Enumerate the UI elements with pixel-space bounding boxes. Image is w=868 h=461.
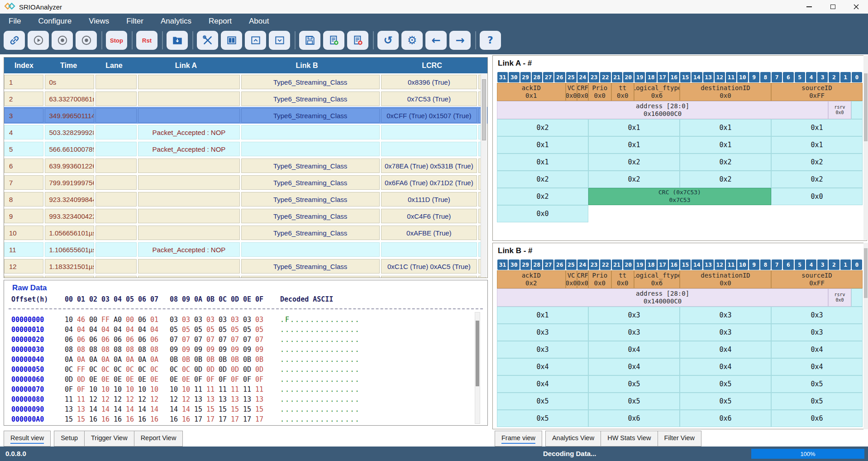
table-row[interactable]: 8923.324099844nsType6_Streaming_Class0x1… [4,191,487,207]
hex-byte: 0D [255,365,267,375]
table-row[interactable]: 3349.996501114nsType6_Streaming_Class0xC… [4,107,487,124]
data-cell: 0x5 [588,393,680,410]
hex-byte: 11 [206,384,219,394]
panel-up-icon [250,34,262,46]
panel-up-button[interactable] [245,31,266,50]
cell-index: 1 [4,75,43,89]
cell-linka: Packet_Accepted : NOP [138,142,239,156]
connect-button[interactable] [4,31,25,50]
tab-report-view[interactable]: Report View [134,431,183,447]
field-value: 0x2 [525,279,537,288]
hex-byte: 0B [206,294,219,304]
bit-number: 2 [829,259,839,270]
table-row[interactable]: 263.332700861nsType6_Streaming_Class0x7C… [4,90,487,107]
hex-byte: 05 [170,325,182,335]
close-button[interactable] [844,0,868,14]
raw-data-scrollbar[interactable] [475,312,480,424]
table-row[interactable]: 6639.993601226nsType6_Streaming_Class0x7… [4,157,487,174]
settings-button[interactable]: ⚙ [401,31,423,50]
add-file-button[interactable] [323,31,344,50]
menu-item-views[interactable]: Views [80,15,118,28]
tab-filter-view[interactable]: Filter View [658,431,701,447]
status-text: Decoding Data... [543,450,596,457]
toolbar-separator [373,31,374,49]
field-name: Logical_ftype [634,84,680,92]
tab-result-view[interactable]: Result view [4,431,51,447]
table-row[interactable]: 7799.991999756nsType6_Streaming_Class0x6… [4,174,487,191]
bit-number: 18 [646,259,656,270]
minimize-button[interactable] [797,0,821,14]
menu-item-file[interactable]: File [0,15,29,28]
menu-item-analytics[interactable]: Analytics [152,15,200,28]
table-row[interactable]: 10sType6_Streaming_Class0x8396 (True) [4,73,487,90]
table-row[interactable]: 101.056656101µsType6_Streaming_Class0xAF… [4,224,487,241]
hex-byte: 07 [206,335,219,345]
hex-byte: 0C [182,365,194,375]
bit-number: 25 [566,72,577,82]
frame-table-scroll-thumb[interactable] [482,79,486,140]
link-a-scroll-thumb[interactable] [864,73,868,141]
menu-item-configure[interactable]: Configure [29,15,80,28]
panel-down-button[interactable] [269,31,290,50]
hex-byte: 05 [219,325,231,335]
table-row[interactable]: 111.106655601µsPacket_Accepted : NOP [4,241,487,258]
data-cell: 0x2 [771,154,863,171]
table-row[interactable]: 121.183321501µsType6_Streaming_Class0xC1… [4,258,487,274]
back-button[interactable]: ← [425,31,447,50]
cell-lcrc: 0xAFBE (True) [381,226,477,240]
link-b-scrollbar[interactable] [863,243,868,429]
hex-byte: 0B [231,355,243,365]
hex-byte: 11 [65,394,77,404]
hex-byte: 03 [243,315,255,325]
tools-button[interactable] [197,31,218,50]
view-tabs-right: Frame viewAnalytics ViewHW Stats ViewFil… [495,431,701,447]
cell-time: 566.661000789ns [45,142,94,156]
maximize-button[interactable] [821,0,844,14]
table-row[interactable]: 5566.661000789nsPacket_Accepted : NOP [4,140,487,157]
import-button[interactable] [167,31,188,50]
tab-hw-stats-view[interactable]: HW Stats View [601,431,658,447]
hex-byte: 08 [77,345,89,355]
tab-trigger-view[interactable]: Trigger View [84,431,134,447]
remove-file-button[interactable] [347,31,368,50]
link-a-scrollbar[interactable] [863,55,868,240]
menu-item-filter[interactable]: Filter [118,15,152,28]
tab-analytics-view[interactable]: Analytics View [545,431,601,447]
reset-button[interactable]: Rst [136,31,157,50]
hex-byte: 03 [231,315,243,325]
hex-byte: 15 [255,404,267,414]
hex-byte: 09 [206,345,219,355]
field-name: destinationID [701,272,750,280]
table-row[interactable] [4,274,487,278]
menu-item-about[interactable]: About [240,15,277,28]
hex-byte: 07 [150,294,162,304]
forward-button[interactable]: → [449,31,471,50]
link-b-scroll-thumb[interactable] [864,248,868,298]
tab-frame-view[interactable]: Frame view [495,431,542,447]
split-view-button[interactable] [221,31,242,50]
record-a-button[interactable] [52,31,73,50]
tab-setup[interactable]: Setup [54,431,85,447]
frame-table-scrollbar[interactable] [481,74,487,277]
undo-button[interactable]: ↺ [377,31,399,50]
hex-byte: 08 [138,345,150,355]
raw-data-scroll-thumb[interactable] [476,321,479,386]
hex-byte: 02 [89,294,101,304]
table-row[interactable]: 9993.323400422nsType6_Streaming_Class0xC… [4,207,487,224]
hex-byte: 01 [150,315,162,325]
hex-byte: 16 [101,414,114,424]
cell-lcrc: 0x7C53 (True) [381,91,477,106]
table-row[interactable]: 4503.328299928nsPacket_Accepted : NOP [4,124,487,140]
hex-offset: 00000080 [11,394,65,404]
bit-number: 5 [795,259,805,270]
cell-time: 503.328299928ns [45,125,94,139]
run-button[interactable] [28,31,49,50]
hex-byte: 05 [255,325,267,335]
stop-button[interactable]: Stop [106,31,127,50]
hex-byte: 09 [194,345,206,355]
bit-number: 15 [680,72,691,82]
save-button[interactable] [299,31,320,50]
record-b-button[interactable] [76,31,97,50]
help-button[interactable]: ? [480,31,501,50]
menu-item-report[interactable]: Report [200,15,240,28]
